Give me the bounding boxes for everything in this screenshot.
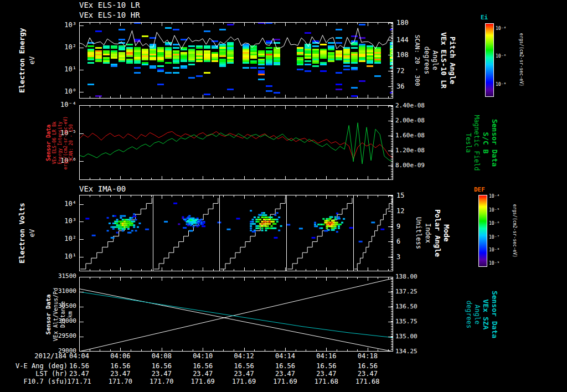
els-spectrogram-canvas — [79, 22, 393, 99]
els-title-lr: VEx ELS-10 LR — [79, 1, 140, 9]
colorbar-tick: 10⁻⁵ — [489, 208, 499, 213]
colorbar-tick: 10⁻⁴ — [489, 194, 499, 199]
y-tick-left: 10⁻⁴ — [49, 101, 76, 109]
sza-right-label: degrees — [466, 300, 473, 328]
alt-left-label: VEx Alt/Venus/Pd — [53, 287, 59, 341]
footer-row-label: LST (hr) — [0, 370, 68, 378]
y-tick-right: 138.00 — [395, 274, 417, 280]
y-tick-right: 180 — [396, 19, 409, 27]
colorbar-tick: 10⁻⁶ — [496, 54, 506, 59]
colorbar-units: ergs/(cm2-sr-sec-eV) — [519, 33, 523, 86]
y-tick-right: 36 — [396, 83, 404, 90]
time-tick: 04:06 — [108, 353, 132, 360]
sza-right-label: Sensor Data — [491, 290, 498, 338]
ima-right-label: Index — [425, 223, 432, 243]
footer-value: 16.56 — [354, 363, 381, 370]
footer-value: 16.56 — [231, 363, 257, 370]
y-tick-right: 9 — [396, 223, 400, 230]
colorbar-title: Ei — [481, 14, 488, 21]
y-tick-right: 6 — [396, 238, 400, 245]
y-tick-right: 8.00e-09 — [395, 162, 425, 169]
vex-science-plot: VEx ELS-10 LR VEx ELS-10 HR VEx IMA-00 1… — [0, 0, 567, 392]
footer-value: 23.47 — [272, 370, 298, 378]
ima-ylabel: Electron Volts — [18, 203, 26, 264]
y-tick-right: 137.25 — [395, 288, 417, 295]
footer-value: 171.70 — [148, 378, 175, 385]
y-tick-left: 10² — [49, 235, 76, 243]
time-tick: 04:14 — [273, 353, 297, 360]
y-tick-left: 10⁴ — [49, 200, 76, 208]
els-right-label: Angle — [432, 50, 439, 70]
intensity-left-label: VEx ELS-06 LR Bk — [53, 121, 57, 164]
colorbar-tick: 10⁻⁴ — [496, 27, 506, 31]
els-right-label: VEx ELS-10 LR — [440, 32, 447, 89]
y-tick-left: 10² — [49, 44, 76, 51]
els-ylabel: Electron Energy — [18, 28, 26, 92]
els-right-label: Pitch Angle — [449, 37, 456, 84]
footer-value: 16.56 — [189, 363, 216, 370]
y-tick-right: 1.60e-08 — [395, 132, 425, 139]
y-tick-right: 15 — [396, 192, 404, 199]
colorbar-tick: 10⁻⁶ — [489, 221, 499, 226]
els-title-hr: VEx ELS-10 HR — [79, 11, 140, 19]
footer-value: 171.68 — [354, 378, 381, 385]
y-tick-left: 10¹ — [49, 66, 76, 73]
y-tick-right: 108 — [396, 51, 409, 59]
y-tick-left: 31500 — [49, 273, 76, 280]
y-tick-right: 12 — [396, 208, 404, 215]
colorbar-tick: 10⁻⁹ — [489, 261, 499, 266]
intensity-bfield-canvas — [79, 105, 393, 180]
footer-value: 171.69 — [231, 378, 257, 385]
footer-value: 23.47 — [313, 370, 339, 378]
time-tick: 04:08 — [150, 353, 174, 360]
intensity-left-label: Energy Intensity — [58, 121, 63, 164]
y-tick-right: 135.00 — [395, 333, 417, 340]
footer-value: 23.47 — [231, 370, 257, 378]
time-tick: 04:12 — [232, 353, 256, 360]
intensity-left-label: SCAN: 20 - 150 — [69, 124, 74, 161]
y-tick-right: 135.75 — [395, 318, 417, 325]
footer-value: 23.47 — [148, 370, 175, 378]
time-tick: 04:10 — [190, 353, 215, 360]
time-tick: 04:16 — [314, 353, 338, 360]
colorbar-title: DEF — [474, 187, 485, 193]
ima-right-label: Unitless — [415, 217, 422, 249]
intensity-left-label: ergs/(cm2-sr-sec-eV) — [64, 116, 68, 169]
footer-value: 171.70 — [107, 378, 133, 385]
footer-value: 171.69 — [189, 378, 216, 385]
y-tick-right: 1.20e-08 — [395, 147, 425, 154]
colorbar-tick: 10⁻⁸ — [496, 82, 506, 87]
y-tick-left: 10³ — [49, 218, 76, 225]
y-tick-right: 72 — [396, 68, 404, 75]
bfield-right-label: S/C B — [482, 132, 489, 153]
els-right-label: degrees — [424, 47, 431, 75]
footer-value: 16.56 — [272, 363, 298, 370]
els-ylabel: eV — [29, 56, 36, 64]
altitude-sza-canvas — [79, 277, 393, 352]
colorbar-tick: 10⁻⁸ — [489, 248, 499, 252]
footer-value: 23.47 — [66, 370, 92, 378]
y-tick-right: 2.00e-08 — [395, 117, 425, 124]
footer-value: 16.56 — [313, 363, 339, 370]
time-tick: 04:18 — [355, 353, 380, 360]
ima-right-label: Polar Angle — [434, 209, 441, 257]
bfield-right-label: Sensor Data — [491, 118, 498, 166]
sza-right-label: Angle — [474, 304, 481, 324]
footer-value: 16.56 — [107, 363, 133, 370]
ima-ylabel: eV — [29, 229, 36, 237]
els-right-label: SCAN: 20 - 300 — [414, 35, 420, 86]
ima-title: VEx IMA-00 — [79, 185, 126, 193]
footer-value: 16.56 — [148, 363, 175, 370]
y-tick-right: 134.25 — [395, 348, 417, 355]
y-tick-right: 3 — [396, 254, 400, 261]
footer-value: 171.69 — [272, 378, 298, 385]
y-tick-left: 10³ — [49, 22, 76, 29]
footer-value: 23.47 — [189, 370, 216, 378]
footer-value: 171.71 — [66, 378, 92, 385]
alt-left-label: Distance — [60, 301, 66, 327]
colorbar-tick: 10⁻⁷ — [489, 235, 499, 240]
footer-value: 23.47 — [107, 370, 133, 378]
y-tick-right: 144 — [396, 37, 409, 44]
ima-colorbar — [478, 195, 487, 267]
bfield-right-label: Tesla — [465, 132, 472, 152]
